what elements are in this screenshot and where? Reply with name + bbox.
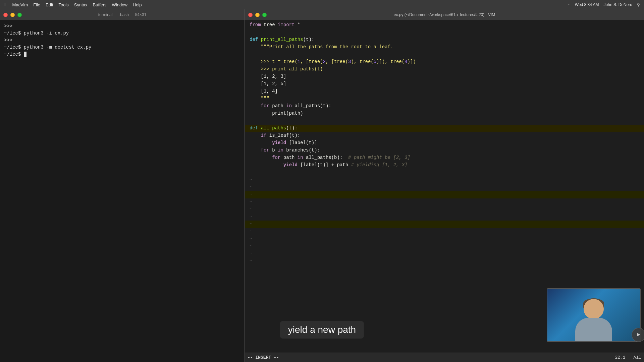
terminal-line-3: >>> — [4, 37, 240, 44]
vim-minimize-button[interactable] — [255, 13, 260, 17]
next-arrow-icon: ► — [637, 332, 640, 338]
username: John S. DeNero — [604, 2, 632, 7]
vim-code-line-9: [1, 2, 5] — [245, 80, 644, 88]
person-head — [584, 299, 604, 319]
vim-tilde-9: ~ — [245, 235, 644, 243]
menu-tools[interactable]: Tools — [58, 2, 68, 7]
menu-buffers[interactable]: Buffers — [93, 2, 107, 7]
apple-icon:  — [4, 2, 7, 7]
vim-code-line-5 — [245, 51, 644, 58]
wifi-icon: ≈ — [568, 2, 570, 7]
menu-window[interactable]: Window — [112, 2, 127, 7]
vim-titlebar: ex.py (~/Documents/workspace/61a_lecture… — [245, 9, 644, 20]
vim-maximize-button[interactable] — [262, 13, 267, 17]
vim-cursor-pos: 22,1 — [615, 355, 625, 360]
video-thumbnail — [547, 288, 641, 342]
vim-code-line-10: [1, 4] — [245, 88, 644, 95]
search-icon[interactable]: ⚲ — [637, 2, 640, 7]
vim-code-line-12: for path in all_paths(t): — [245, 103, 644, 110]
vim-code-line-1: from tree import * — [245, 21, 644, 29]
vim-code-line-21 — [245, 169, 644, 176]
main-container: terminal — -bash — 54×31 >>> ~/lec$ pyth… — [0, 9, 644, 362]
terminal-titlebar: terminal — -bash — 54×31 — [0, 9, 245, 20]
menu-macvim[interactable]: MacVim — [12, 2, 28, 7]
vim-tilde-12: ~ — [245, 257, 644, 265]
terminal-line-2: ~/lec$ python3 -i ex.py — [4, 30, 240, 37]
vim-tilde-10: ~ — [245, 243, 644, 250]
vim-close-button[interactable] — [248, 13, 253, 17]
vim-tilde-2: ~ — [245, 184, 644, 191]
vim-code-line-18: for b in branches(t): — [245, 147, 644, 154]
vim-code-line-13: print(path) — [245, 110, 644, 117]
vim-statusbar: -- INSERT -- 22,1 All — [245, 353, 644, 362]
terminal-line-5: ~/lec$ — [4, 51, 240, 58]
vim-insert-mode: -- INSERT -- — [248, 355, 279, 360]
vim-tilde-1: ~ — [245, 176, 644, 184]
vim-tilde-11: ~ — [245, 250, 644, 257]
vim-code-line-7: >>> print_all_paths(t) — [245, 66, 644, 73]
terminal-content[interactable]: >>> ~/lec$ python3 -i ex.py >>> ~/lec$ p… — [0, 20, 245, 362]
vim-title: ex.py (~/Documents/workspace/61a_lecture… — [394, 12, 495, 17]
vim-code-line-8: [1, 2, 3] — [245, 73, 644, 80]
vim-code-line-17: yield [label(t)] — [245, 139, 644, 147]
video-face — [547, 289, 640, 341]
close-button[interactable] — [3, 13, 8, 17]
minimize-button[interactable] — [10, 13, 15, 17]
menu-syntax[interactable]: Syntax — [74, 2, 88, 7]
terminal-line-1: >>> — [4, 23, 240, 30]
next-button[interactable]: ► — [632, 328, 644, 342]
terminal-title: terminal — -bash — 54×31 — [98, 12, 147, 17]
macos-menubar:  MacVim File Edit Tools Syntax Buffers … — [0, 0, 644, 9]
vim-tilde-5: ~ — [245, 206, 644, 213]
vim-code-line-19: for path in all_paths(b): # path might b… — [245, 154, 644, 162]
menu-help[interactable]: Help — [133, 2, 142, 7]
vim-tilde-7: ~ — [245, 221, 644, 228]
vim-tilde-8: ~ — [245, 228, 644, 235]
vim-scroll-pos: All — [634, 355, 641, 360]
subtitle-overlay: yield a new path — [280, 321, 364, 339]
menu-edit[interactable]: Edit — [46, 2, 53, 7]
vim-code-line-14 — [245, 117, 644, 125]
subtitle-text: yield a new path — [288, 324, 356, 335]
vim-code-line-2 — [245, 29, 644, 36]
vim-code-line-4: """Print all the paths from the root to … — [245, 44, 644, 51]
vim-code-line-3: def print_all_paths(t): — [245, 36, 644, 44]
vim-code-line-20: yield [label(t)] + path # yielding [1, 2… — [245, 162, 644, 169]
vim-tilde-6: ~ — [245, 213, 644, 221]
clock: Wed 8:34 AM — [575, 2, 599, 7]
vim-code-line-16: if is_leaf(t): — [245, 132, 644, 139]
menu-file[interactable]: File — [33, 2, 40, 7]
maximize-button[interactable] — [17, 13, 22, 17]
vim-code-line-6: >>> t = tree(1, [tree(2, [tree(3), tree(… — [245, 58, 644, 66]
vim-code-line-15: def all_paths(t): — [245, 125, 644, 132]
vim-tilde-4: ~ — [245, 198, 644, 206]
terminal-line-4: ~/lec$ python3 -m doctest ex.py — [4, 44, 240, 51]
vim-tilde-3: ~ — [245, 191, 644, 198]
vim-code-line-11: """ — [245, 95, 644, 103]
person-body — [575, 318, 612, 341]
terminal-pane: terminal — -bash — 54×31 >>> ~/lec$ pyth… — [0, 9, 245, 362]
